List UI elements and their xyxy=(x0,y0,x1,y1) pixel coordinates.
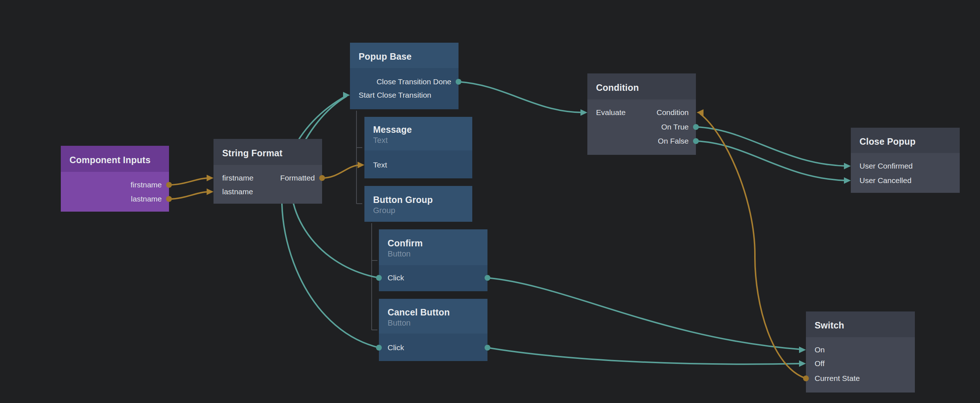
port-condition-condition-in[interactable] xyxy=(697,109,703,116)
node-subtitle: Group xyxy=(373,205,465,216)
port-switch-off-in[interactable] xyxy=(799,360,806,367)
node-header: Popup Base xyxy=(350,43,458,68)
port-string-format-lastname-in[interactable] xyxy=(207,189,213,195)
port-confirm-click-out-left[interactable] xyxy=(376,275,382,281)
port-confirm-click-out-right[interactable] xyxy=(485,275,490,281)
edge-condition-onfalse-to-closepopup-usercancelled[interactable] xyxy=(696,141,847,181)
port-label-lastname: lastname xyxy=(131,192,162,206)
node-string-format[interactable]: String Format firstname Formatted lastna… xyxy=(213,139,322,204)
edge-stringformat-formatted-to-message-text[interactable] xyxy=(322,165,360,178)
node-cancel-button[interactable]: Cancel Button Button Click xyxy=(379,299,487,361)
node-title: Condition xyxy=(596,82,689,93)
node-subtitle: Button xyxy=(388,318,480,328)
node-title: String Format xyxy=(222,147,315,159)
port-label-on-false: On False xyxy=(658,134,689,148)
node-close-popup[interactable]: Close Popup User Confirmed User Cancelle… xyxy=(851,128,960,193)
edge-confirm-click-to-switch-on[interactable] xyxy=(487,278,802,349)
port-popup-base-close-transition-done-out[interactable] xyxy=(456,79,461,85)
node-title: Close Popup xyxy=(859,136,953,147)
node-header: Message Text xyxy=(364,117,472,151)
node-title: Confirm xyxy=(388,237,480,249)
node-title: Switch xyxy=(815,319,908,331)
node-switch[interactable]: Switch On Off Current State xyxy=(806,311,915,392)
port-label-lastname: lastname xyxy=(222,185,253,198)
port-switch-on-in[interactable] xyxy=(799,347,806,353)
port-label-firstname: firstname xyxy=(222,171,253,185)
node-title: Button Group xyxy=(373,194,465,205)
edge-condition-ontrue-to-closepopup-userconfirmed[interactable] xyxy=(696,127,847,166)
port-label-click: Click xyxy=(388,271,404,285)
node-title: Cancel Button xyxy=(388,306,480,318)
port-component-inputs-lastname-out[interactable] xyxy=(166,196,172,202)
port-label-evaluate: Evaluate xyxy=(596,106,626,119)
port-label-user-cancelled: User Cancelled xyxy=(859,174,912,187)
port-condition-on-false-out[interactable] xyxy=(693,138,699,144)
port-switch-current-state-out[interactable] xyxy=(803,376,809,381)
edge-componentinputs-lastname-to-stringformat-lastname[interactable] xyxy=(169,192,209,199)
node-subtitle: Text xyxy=(373,135,465,146)
hierarchy-line-popup-base-children xyxy=(356,111,362,204)
node-title: Message xyxy=(373,124,465,135)
port-label-condition: Condition xyxy=(657,106,689,119)
node-subtitle: Button xyxy=(388,249,480,259)
port-label-on-true: On True xyxy=(661,120,689,134)
node-graph-canvas[interactable]: Component Inputs firstname lastname Stri… xyxy=(0,0,980,403)
port-string-format-formatted-out[interactable] xyxy=(319,175,325,181)
port-label-user-confirmed: User Confirmed xyxy=(859,159,913,173)
port-string-format-firstname-in[interactable] xyxy=(207,175,213,181)
port-popup-base-start-close-transition-in[interactable] xyxy=(343,92,350,98)
node-title: Component Inputs xyxy=(70,154,162,166)
node-header: Cancel Button Button xyxy=(379,299,487,333)
node-header: Condition xyxy=(587,73,696,100)
edge-switch-currentstate-to-condition-condition[interactable] xyxy=(700,114,806,378)
port-condition-on-true-out[interactable] xyxy=(693,124,699,130)
node-confirm[interactable]: Confirm Button Click xyxy=(379,229,487,291)
port-cancel-button-click-out-right[interactable] xyxy=(485,345,490,351)
edge-componentinputs-firstname-to-stringformat-firstname[interactable] xyxy=(169,178,209,185)
port-label-close-transition-done: Close Transition Done xyxy=(376,75,451,89)
port-label-off: Off xyxy=(815,357,825,370)
node-button-group[interactable]: Button Group Group xyxy=(364,186,472,222)
port-label-formatted: Formatted xyxy=(280,171,315,185)
port-component-inputs-firstname-out[interactable] xyxy=(166,182,172,188)
node-condition[interactable]: Condition Evaluate Condition On True On … xyxy=(587,73,696,155)
node-header: Component Inputs xyxy=(61,146,169,172)
port-condition-evaluate-in[interactable] xyxy=(581,109,587,116)
port-label-on: On xyxy=(815,343,825,357)
port-label-firstname: firstname xyxy=(130,178,162,192)
node-header: Button Group Group xyxy=(364,186,472,222)
port-close-popup-user-confirmed-in[interactable] xyxy=(844,163,851,169)
port-cancel-button-click-out-left[interactable] xyxy=(376,345,382,351)
node-message[interactable]: Message Text Text xyxy=(364,117,472,178)
port-label-start-close-transition: Start Close Transition xyxy=(359,88,431,102)
port-message-text-in[interactable] xyxy=(358,162,364,168)
node-title: Popup Base xyxy=(359,51,451,62)
node-popup-base[interactable]: Popup Base Close Transition Done Start C… xyxy=(350,43,458,109)
edge-popupbase-closetransitiondone-to-condition-evaluate[interactable] xyxy=(458,82,583,113)
port-label-click: Click xyxy=(388,341,404,354)
node-header: Close Popup xyxy=(851,128,960,153)
port-label-text: Text xyxy=(373,158,387,172)
node-header: Confirm Button xyxy=(379,229,487,265)
port-label-current-state: Current State xyxy=(815,371,860,385)
port-close-popup-user-cancelled-in[interactable] xyxy=(844,177,851,184)
node-header: Switch xyxy=(806,311,915,337)
edge-cancelbutton-click-to-switch-off[interactable] xyxy=(487,347,802,364)
node-header: String Format xyxy=(213,139,322,165)
node-component-inputs[interactable]: Component Inputs firstname lastname xyxy=(61,146,169,212)
